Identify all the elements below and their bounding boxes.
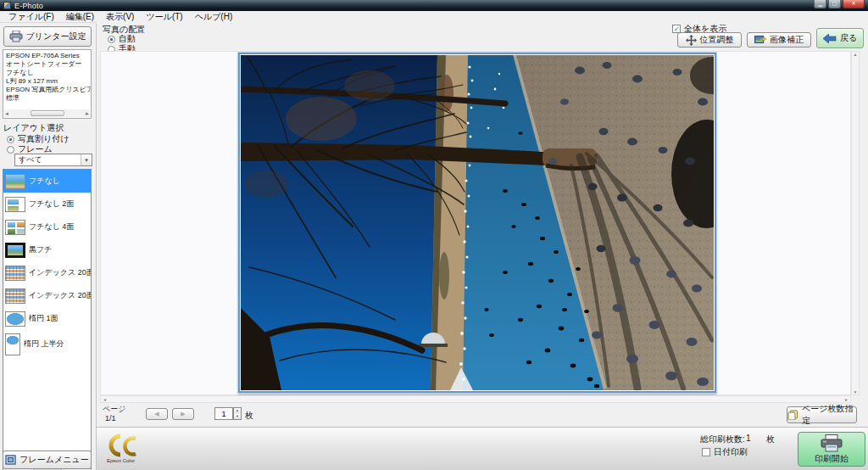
printer-info-line: オートシートフィーダー [6,60,88,69]
radio-icon[interactable] [7,146,14,154]
next-page-button[interactable]: ▶ [172,408,194,420]
layout-item-label: フチなし 4面 [29,221,74,232]
radio-selected-icon[interactable] [108,36,115,43]
image-correction-icon [754,35,766,45]
pages-icon [787,410,798,420]
date-print-checkbox[interactable]: 日付印刷 [702,446,748,458]
prev-icon: ◀ [154,411,159,417]
date-print-label: 日付印刷 [714,446,748,458]
layout-item-label: インデックス 20面 [29,290,91,301]
printer-info-line: L判 89 x 127 mm [6,77,88,86]
printer-info-line: EPSON EP-705A Series [6,52,88,60]
printer-icon [9,31,23,42]
copies-stepper[interactable]: ▲ ▼ [233,407,242,420]
frame-menu-label: フレームメニュー [19,454,88,466]
scroll-up-icon[interactable]: ▲ [854,52,858,57]
frame-menu-button[interactable]: フレームメニュー [3,450,92,469]
move-arrows-icon [686,35,697,46]
back-button[interactable]: 戻る [816,28,864,48]
layout-filter-dropdown[interactable]: すべて ▼ [14,154,92,166]
layout-item-label: 黒フチ [29,244,52,255]
menubar: ファイル(F) 編集(E) 表示(V) ツール(T) ヘルプ(H) [0,11,868,23]
chevron-down-icon[interactable]: ▼ [81,154,92,165]
layout-thumbnail [5,333,20,355]
printer-info-line: EPSON 写真用紙クリスピア [6,86,88,94]
layout-item-blackborder[interactable]: 黒フチ [3,238,91,261]
layout-thumbnail [5,220,25,235]
maximize-button[interactable]: ▢ [828,0,841,8]
position-adjust-label: 位置調整 [700,34,734,46]
page-count-label: ページ枚数指定 [802,403,856,427]
scroll-right-icon[interactable]: ► [85,109,90,118]
print-start-label: 印刷開始 [815,453,849,465]
printer-settings-label: プリンター設定 [26,31,86,42]
minimize-button[interactable]: ▁ [814,0,826,8]
layout-select-label: レイアウト選択 [3,122,64,134]
radio-selected-icon[interactable] [7,136,14,143]
left-panel: プリンター設定 EPSON EP-705A Series オートシートフィーダー… [0,24,97,470]
layout-item-label: フチなし 2面 [29,199,74,210]
total-prints-unit: 枚 [766,434,775,445]
scroll-left-icon[interactable]: ◄ [4,109,9,118]
layout-item-borderless-2up[interactable]: フチなし 2面 [3,193,91,215]
scroll-down-icon[interactable]: ▼ [854,389,858,394]
layout-thumbnail [5,243,25,258]
next-icon: ▶ [181,411,185,417]
copies-unit-label: 枚 [245,410,253,422]
printer-icon [821,434,843,452]
layout-item-ellipse-tophalf[interactable]: 楕円 上半分 [3,330,91,358]
page-count-button[interactable]: ページ枚数指定 [787,406,857,423]
printer-info-scrollbar[interactable]: ◄ ► [4,109,90,117]
window-title: E-Photo [14,2,43,10]
epson-color-logo: Epson Color [102,433,153,465]
frame-icon [5,455,16,465]
layout-item-index20-info[interactable]: インデックス 20面 (情報付き) [3,261,91,284]
photo-image [241,55,714,390]
app-icon [3,2,11,9]
layout-item-borderless-4up[interactable]: フチなし 4面 [3,215,91,238]
layout-item-borderless[interactable]: フチなし [3,170,91,193]
scroll-right-icon[interactable]: ► [844,397,849,402]
copies-input[interactable] [214,407,233,420]
close-button[interactable]: ✕ [843,0,865,8]
printer-info-line: フチなし [6,69,88,77]
layout-item-ellipse[interactable]: 楕円 1面 [3,307,91,330]
layout-item-label: インデックス 20面 (情報付き) [29,267,91,278]
scroll-left-icon[interactable]: ◄ [103,397,107,402]
scrollbar-thumb[interactable] [31,110,64,116]
preview-vertical-scrollbar[interactable]: ▲ ▼ [851,51,860,395]
layout-item-label: 楕円 1面 [29,313,58,324]
layout-list: フチなし フチなし 2面 フチなし 4面 黒フチ インデックス 20面 (情報付… [3,169,92,470]
back-arrow-icon [823,34,837,43]
epson-color-text: Epson Color [107,458,135,463]
menu-file[interactable]: ファイル(F) [3,10,60,24]
checkbox-icon[interactable] [702,448,710,456]
position-adjust-button[interactable]: 位置調整 [677,32,742,48]
layout-item-label: フチなし [29,176,60,187]
image-correction-button[interactable]: 画像補正 [747,32,811,48]
total-prints-value: 1 [746,434,751,443]
layout-thumbnail [5,174,25,189]
back-label: 戻る [840,32,857,44]
stepper-up-icon[interactable]: ▲ [233,407,242,414]
printer-info-line: 標準 [6,94,88,103]
printer-info-box: EPSON EP-705A Series オートシートフィーダー フチなし L判… [3,49,92,119]
preview-horizontal-scrollbar[interactable]: ◄ ► [100,395,851,403]
print-start-button[interactable]: 印刷開始 [798,432,865,467]
filter-dropdown-value: すべて [19,154,42,165]
page-value: 1/1 [105,414,116,422]
photo[interactable] [238,53,716,393]
printer-settings-button[interactable]: プリンター設定 [3,26,92,47]
total-prints-label: 総印刷枚数: [700,434,745,445]
bottom-bar: Epson Color 総印刷枚数: 1 枚 日付印刷 印刷開始 [97,427,868,470]
layout-thumbnail [5,288,25,304]
image-correction-label: 画像補正 [770,34,804,46]
layout-thumbnail [5,311,25,327]
menu-edit[interactable]: 編集(E) [60,10,100,24]
layout-thumbnail [5,266,25,281]
layout-item-index20[interactable]: インデックス 20面 [3,284,91,307]
layout-item-label: 楕円 上半分 [24,339,64,350]
prev-page-button[interactable]: ◀ [146,408,168,420]
main-area: 写真の配置 自動 手動 ✓ 全体を表示 位置調整 画像補正 戻る [97,22,868,470]
stepper-down-icon[interactable]: ▼ [233,414,242,421]
